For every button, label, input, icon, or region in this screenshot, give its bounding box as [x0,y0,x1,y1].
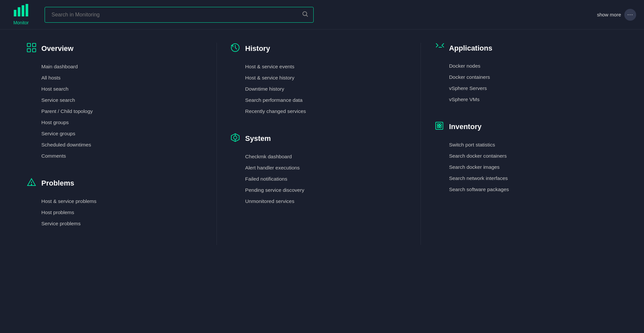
svg-rect-7 [32,43,36,47]
column-overview-problems: Overview Main dashboard All hosts Host s… [20,43,217,245]
menu-docker-containers[interactable]: Docker containers [434,72,611,83]
app-title: Monitor [13,20,29,25]
applications-title: Applications [449,44,492,53]
system-title: System [245,134,271,143]
menu-all-hosts[interactable]: All hosts [26,72,203,83]
logo-area: Monitor [8,4,34,25]
svg-point-11 [31,184,32,185]
inventory-icon [434,121,445,133]
show-more-button[interactable]: ··· [624,9,636,21]
menu-host-problems[interactable]: Host problems [26,207,203,218]
menu-search-docker-containers[interactable]: Search docker containers [434,150,611,162]
svg-rect-1 [18,7,20,16]
column-history-system: History Host & service events Host & ser… [217,43,421,245]
menu-search-software-packages[interactable]: Search software packages [434,184,611,195]
menu-service-problems[interactable]: Service problems [26,218,203,229]
section-problems: Problems Host & service problems Host pr… [26,177,203,229]
menu-search-docker-images[interactable]: Search docker images [434,162,611,173]
section-system: System Checkmk dashboard Alert handler e… [230,133,407,207]
search-button[interactable] [302,11,308,19]
problems-icon [26,177,37,189]
menu-parent-child-topology[interactable]: Parent / Child topology [26,106,203,117]
monitor-logo-icon [14,4,28,19]
menu-vsphere-vms[interactable]: vSphere VMs [434,94,611,105]
menu-alert-handler-executions[interactable]: Alert handler executions [230,162,407,173]
system-header: System [230,133,407,144]
menu-scheduled-downtimes[interactable]: Scheduled downtimes [26,139,203,150]
svg-rect-18 [436,122,443,129]
svg-rect-8 [27,49,31,52]
svg-rect-20 [440,124,441,125]
menu-host-groups[interactable]: Host groups [26,117,203,128]
problems-header: Problems [26,177,203,189]
menu-host-service-problems[interactable]: Host & service problems [26,196,203,207]
history-header: History [230,43,407,55]
applications-icon [434,43,445,54]
menu-comments[interactable]: Comments [26,150,203,162]
column-applications-inventory: Applications Docker nodes Docker contain… [421,43,624,245]
section-applications: Applications Docker nodes Docker contain… [434,43,611,105]
inventory-header: Inventory [434,121,611,133]
overview-header: Overview [26,43,203,55]
history-title: History [245,44,270,53]
svg-rect-2 [22,5,24,16]
section-inventory: Inventory Switch port statistics Search … [434,121,611,195]
applications-header: Applications [434,43,611,54]
menu-vsphere-servers[interactable]: vSphere Servers [434,83,611,94]
menu-unmonitored-services[interactable]: Unmonitored services [230,196,407,207]
show-more-label: show more [597,12,621,17]
menu-search-performance-data[interactable]: Search performance data [230,95,407,106]
overview-title: Overview [41,44,73,53]
menu-host-search[interactable]: Host search [26,83,203,95]
svg-rect-6 [27,43,31,47]
svg-rect-22 [440,126,441,128]
search-bar [45,7,314,23]
section-history: History Host & service events Host & ser… [230,43,407,117]
svg-rect-21 [437,126,439,128]
menu-host-service-events[interactable]: Host & service events [230,61,407,72]
svg-line-5 [306,15,308,17]
menu-pending-service-discovery[interactable]: Pending service discovery [230,185,407,196]
svg-rect-9 [32,49,36,52]
search-input[interactable] [45,7,314,23]
show-more-area: show more ··· [597,9,636,21]
overview-icon [26,43,37,55]
svg-rect-19 [437,124,439,125]
menu-service-search[interactable]: Service search [26,95,203,106]
menu-main-dashboard[interactable]: Main dashboard [26,61,203,72]
menu-service-groups[interactable]: Service groups [26,128,203,139]
section-overview: Overview Main dashboard All hosts Host s… [26,43,203,162]
system-icon [230,133,240,144]
menu-host-service-history[interactable]: Host & service history [230,72,407,83]
menu-docker-nodes[interactable]: Docker nodes [434,60,611,72]
svg-point-4 [303,11,307,15]
main-content: Overview Main dashboard All hosts Host s… [0,30,644,258]
inventory-title: Inventory [449,122,482,131]
menu-switch-port-statistics[interactable]: Switch port statistics [434,139,611,150]
menu-search-network-interfaces[interactable]: Search network interfaces [434,173,611,184]
svg-rect-0 [14,10,16,16]
menu-recently-changed-services[interactable]: Recently changed services [230,106,407,117]
menu-downtime-history[interactable]: Downtime history [230,83,407,95]
top-bar: Monitor show more ··· [0,0,644,30]
problems-title: Problems [41,179,74,188]
svg-point-14 [234,136,237,139]
svg-rect-3 [26,4,28,16]
menu-failed-notifications[interactable]: Failed notifications [230,173,407,185]
history-icon [230,43,240,55]
menu-checkmk-dashboard[interactable]: Checkmk dashboard [230,151,407,162]
